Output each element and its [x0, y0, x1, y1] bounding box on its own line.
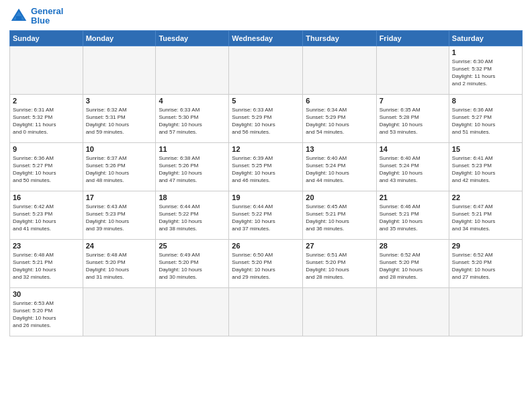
day-cell: 26Sunrise: 6:50 AM Sunset: 5:20 PM Dayli…	[229, 239, 303, 287]
weekday-saturday: Saturday	[449, 30, 522, 46]
day-number: 3	[86, 97, 153, 105]
day-cell: 25Sunrise: 6:49 AM Sunset: 5:20 PM Dayli…	[156, 239, 229, 287]
weekday-friday: Friday	[376, 30, 449, 46]
day-number: 30	[13, 290, 80, 298]
day-number: 23	[13, 242, 80, 250]
day-cell: 21Sunrise: 6:46 AM Sunset: 5:21 PM Dayli…	[376, 191, 449, 239]
logo-text: General Blue	[31, 7, 63, 26]
day-info: Sunrise: 6:48 AM Sunset: 5:20 PM Dayligh…	[86, 251, 153, 281]
day-number: 15	[452, 145, 519, 153]
day-number: 7	[380, 97, 446, 105]
week-row-2: 2Sunrise: 6:31 AM Sunset: 5:32 PM Daylig…	[10, 94, 523, 142]
week-row-4: 16Sunrise: 6:42 AM Sunset: 5:23 PM Dayli…	[10, 191, 523, 239]
day-number: 25	[159, 242, 226, 250]
day-info: Sunrise: 6:35 AM Sunset: 5:28 PM Dayligh…	[380, 106, 446, 136]
day-info: Sunrise: 6:41 AM Sunset: 5:23 PM Dayligh…	[452, 154, 519, 185]
day-info: Sunrise: 6:42 AM Sunset: 5:23 PM Dayligh…	[13, 203, 80, 233]
day-cell: 16Sunrise: 6:42 AM Sunset: 5:23 PM Dayli…	[10, 191, 83, 239]
day-cell	[83, 287, 156, 336]
day-cell	[449, 287, 522, 336]
day-info: Sunrise: 6:48 AM Sunset: 5:21 PM Dayligh…	[13, 251, 80, 281]
day-info: Sunrise: 6:32 AM Sunset: 5:31 PM Dayligh…	[86, 106, 153, 136]
day-number: 19	[232, 193, 300, 201]
day-info: Sunrise: 6:34 AM Sunset: 5:29 PM Dayligh…	[306, 106, 373, 136]
day-cell: 18Sunrise: 6:44 AM Sunset: 5:22 PM Dayli…	[156, 191, 229, 239]
day-cell: 20Sunrise: 6:45 AM Sunset: 5:21 PM Dayli…	[303, 191, 376, 239]
day-cell: 9Sunrise: 6:36 AM Sunset: 5:27 PM Daylig…	[10, 142, 83, 191]
weekday-thursday: Thursday	[303, 30, 376, 46]
day-info: Sunrise: 6:38 AM Sunset: 5:26 PM Dayligh…	[159, 154, 226, 185]
day-number: 2	[13, 97, 80, 105]
weekday-sunday: Sunday	[10, 30, 83, 46]
day-cell: 19Sunrise: 6:44 AM Sunset: 5:22 PM Dayli…	[229, 191, 303, 239]
day-cell: 14Sunrise: 6:40 AM Sunset: 5:24 PM Dayli…	[376, 142, 449, 191]
day-cell	[156, 287, 229, 336]
day-info: Sunrise: 6:53 AM Sunset: 5:20 PM Dayligh…	[13, 300, 80, 330]
day-info: Sunrise: 6:36 AM Sunset: 5:27 PM Dayligh…	[452, 106, 519, 136]
day-number: 11	[159, 145, 226, 153]
day-number: 21	[380, 193, 446, 201]
day-info: Sunrise: 6:33 AM Sunset: 5:30 PM Dayligh…	[159, 106, 226, 136]
day-info: Sunrise: 6:51 AM Sunset: 5:20 PM Dayligh…	[306, 251, 373, 281]
day-cell: 13Sunrise: 6:40 AM Sunset: 5:24 PM Dayli…	[303, 142, 376, 191]
logo-general: General	[31, 6, 63, 16]
day-number: 5	[232, 97, 300, 105]
day-cell	[376, 46, 449, 94]
day-cell: 30Sunrise: 6:53 AM Sunset: 5:20 PM Dayli…	[10, 287, 83, 336]
page: General Blue SundayMondayTuesdayWednesda…	[0, 0, 532, 411]
week-row-1: 1Sunrise: 6:30 AM Sunset: 5:32 PM Daylig…	[10, 46, 523, 94]
day-info: Sunrise: 6:40 AM Sunset: 5:24 PM Dayligh…	[380, 154, 446, 185]
day-cell: 28Sunrise: 6:52 AM Sunset: 5:20 PM Dayli…	[376, 239, 449, 287]
day-cell: 2Sunrise: 6:31 AM Sunset: 5:32 PM Daylig…	[10, 94, 83, 142]
day-number: 24	[86, 242, 153, 250]
day-info: Sunrise: 6:30 AM Sunset: 5:32 PM Dayligh…	[452, 58, 519, 88]
day-cell: 15Sunrise: 6:41 AM Sunset: 5:23 PM Dayli…	[449, 142, 522, 191]
day-info: Sunrise: 6:43 AM Sunset: 5:23 PM Dayligh…	[86, 203, 153, 233]
day-cell: 11Sunrise: 6:38 AM Sunset: 5:26 PM Dayli…	[156, 142, 229, 191]
day-number: 13	[306, 145, 373, 153]
day-cell: 17Sunrise: 6:43 AM Sunset: 5:23 PM Dayli…	[83, 191, 156, 239]
day-number: 6	[306, 97, 373, 105]
day-info: Sunrise: 6:31 AM Sunset: 5:32 PM Dayligh…	[13, 106, 80, 136]
day-cell: 29Sunrise: 6:52 AM Sunset: 5:20 PM Dayli…	[449, 239, 522, 287]
day-info: Sunrise: 6:47 AM Sunset: 5:21 PM Dayligh…	[452, 203, 519, 233]
day-info: Sunrise: 6:52 AM Sunset: 5:20 PM Dayligh…	[452, 251, 519, 281]
header: General Blue	[9, 7, 523, 26]
day-number: 10	[86, 145, 153, 153]
day-info: Sunrise: 6:52 AM Sunset: 5:20 PM Dayligh…	[380, 251, 446, 281]
day-cell: 7Sunrise: 6:35 AM Sunset: 5:28 PM Daylig…	[376, 94, 449, 142]
day-info: Sunrise: 6:40 AM Sunset: 5:24 PM Dayligh…	[306, 154, 373, 185]
day-info: Sunrise: 6:44 AM Sunset: 5:22 PM Dayligh…	[159, 203, 226, 233]
day-cell	[303, 287, 376, 336]
day-number: 28	[380, 242, 446, 250]
day-info: Sunrise: 6:33 AM Sunset: 5:29 PM Dayligh…	[232, 106, 300, 136]
day-cell: 5Sunrise: 6:33 AM Sunset: 5:29 PM Daylig…	[229, 94, 303, 142]
day-info: Sunrise: 6:44 AM Sunset: 5:22 PM Dayligh…	[232, 203, 300, 233]
logo-icon	[9, 7, 28, 26]
day-info: Sunrise: 6:37 AM Sunset: 5:26 PM Dayligh…	[86, 154, 153, 185]
day-number: 26	[232, 242, 300, 250]
day-number: 14	[380, 145, 446, 153]
day-cell: 8Sunrise: 6:36 AM Sunset: 5:27 PM Daylig…	[449, 94, 522, 142]
day-cell: 22Sunrise: 6:47 AM Sunset: 5:21 PM Dayli…	[449, 191, 522, 239]
day-number: 18	[159, 193, 226, 201]
calendar: SundayMondayTuesdayWednesdayThursdayFrid…	[9, 30, 523, 336]
day-number: 12	[232, 145, 300, 153]
day-number: 17	[86, 193, 153, 201]
day-number: 22	[452, 193, 519, 201]
day-number: 8	[452, 97, 519, 105]
day-number: 27	[306, 242, 373, 250]
logo: General Blue	[9, 7, 63, 26]
day-number: 9	[13, 145, 80, 153]
day-cell	[303, 46, 376, 94]
day-cell: 23Sunrise: 6:48 AM Sunset: 5:21 PM Dayli…	[10, 239, 83, 287]
day-number: 16	[13, 193, 80, 201]
weekday-tuesday: Tuesday	[156, 30, 229, 46]
day-cell	[229, 287, 303, 336]
day-cell	[83, 46, 156, 94]
day-info: Sunrise: 6:39 AM Sunset: 5:25 PM Dayligh…	[232, 154, 300, 185]
weekday-header-row: SundayMondayTuesdayWednesdayThursdayFrid…	[10, 30, 523, 46]
day-number: 4	[159, 97, 226, 105]
week-row-3: 9Sunrise: 6:36 AM Sunset: 5:27 PM Daylig…	[10, 142, 523, 191]
day-info: Sunrise: 6:36 AM Sunset: 5:27 PM Dayligh…	[13, 154, 80, 185]
